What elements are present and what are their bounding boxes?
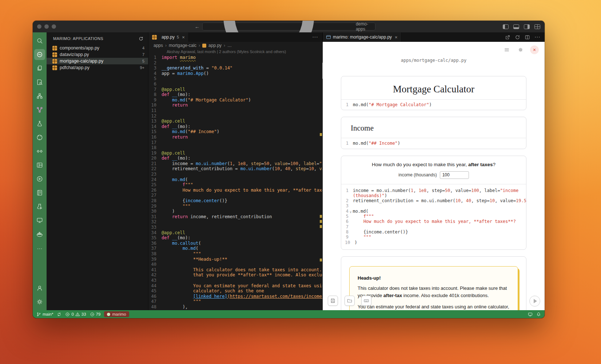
code-line: 6 [148,81,322,87]
file-badge: 5 [142,59,144,63]
open-external-icon[interactable] [505,35,510,40]
notifications-item[interactable] [536,312,541,317]
file-badge: 7 [142,52,144,57]
tab-app-py[interactable]: app.py 5 × [148,32,189,42]
zoom-window-button[interactable] [52,24,56,29]
sync-icon [57,312,61,317]
code-line: 10) [345,240,522,245]
activity-run-circle-icon[interactable] [34,173,45,184]
toggle-panel-icon[interactable] [513,24,519,29]
activity-layout-icon[interactable] [34,160,45,171]
activity-remote-monitor-icon[interactable] [34,215,45,226]
code-line: 17 [148,140,322,145]
code-line: 9 """ [345,235,522,240]
keyboard-shortcuts-button[interactable] [361,296,371,306]
toggle-sidebar-icon[interactable] [503,24,509,29]
activity-settings-gear-icon[interactable] [34,296,45,307]
editor-code[interactable]: 1import marimo23__generated_with = "0.0.… [148,55,322,310]
file-name: dataviz/app.py [60,52,142,57]
editor-more-actions-icon[interactable]: ··· [312,34,318,40]
open-folder-button[interactable] [345,296,355,306]
app-close-icon[interactable]: × [530,45,539,54]
reload-icon[interactable] [515,35,520,40]
search-text: demo-apps [356,21,375,32]
code-line: (thousands)") [345,193,522,198]
git-branch-item[interactable]: main* [36,312,53,317]
menu-hamburger-icon[interactable] [502,45,511,54]
file-item[interactable]: components/app.py4 [47,45,148,51]
save-notebook-button[interactable] [328,296,338,306]
activity-bar: ··· [33,32,47,310]
activity-docker-icon[interactable] [34,229,45,240]
close-window-button[interactable] [37,24,41,29]
code-line: 22 retirement_contribution = mo.ui.numbe… [148,166,322,172]
command-center-search[interactable]: demo-apps [202,23,375,31]
marimo-badge-label: marimo [112,312,126,316]
activity-file-search-icon[interactable] [34,77,45,88]
tab-close-icon[interactable]: × [182,35,185,40]
back-icon[interactable]: ← [195,24,200,29]
preview-tab-bar: marimo: mortgage-calc/app.py × ··· [323,32,545,42]
code-line: 16 return [148,135,322,140]
activity-org-chart-icon[interactable] [34,91,45,101]
income-question: How much do you expect to make this year… [349,162,519,167]
warning-mark [320,133,322,136]
tab-close-icon[interactable]: × [395,35,398,40]
marimo-file-icon [52,59,57,64]
code-line: 1mo.md("## Income") [345,141,522,146]
split-editor-icon[interactable] [525,35,530,40]
gitlens-blame-annotation: Akshay Agrawal, last month | 2 authors (… [148,49,322,55]
hint-count-item[interactable]: 79 [90,312,101,317]
file-item[interactable]: dataviz/app.py7 [47,51,148,58]
minimize-window-button[interactable] [44,24,49,29]
code-line: 26 How much do you expect to make this y… [148,188,322,193]
preview-group: marimo: mortgage-calc/app.py × ··· × ap [322,32,545,310]
app-settings-gear-icon[interactable] [516,45,525,54]
activity-account-icon[interactable] [34,283,45,293]
run-app-button[interactable] [529,296,540,307]
error-count: 0 [71,312,73,316]
sync-item[interactable] [57,312,61,317]
code-line: 5 f""" [345,214,522,219]
code-line: 44 You can estimate your federal and sta… [148,283,322,289]
cell1-code[interactable]: 1mo.md("# Mortgage Calculator") [341,99,526,110]
fold-chevron-icon[interactable]: ∨ [350,209,351,214]
activity-pipeline-icon[interactable] [34,104,45,115]
file-name: components/app.py [60,45,142,51]
activity-test-beaker-icon[interactable] [34,201,45,212]
code-line: 24 mo.md( [148,177,322,183]
breadcrumb-item[interactable]: app.py [208,43,222,48]
code-line: 1income = mo.ui.number(1, 1e8, step=50, … [345,188,522,193]
file-item[interactable]: mortgage-calc/app.py5 [47,58,148,64]
activity-search-icon[interactable] [34,35,45,46]
breadcrumb-item[interactable]: mortgage-calc [169,43,196,48]
marimo-status-badge[interactable]: marimo [104,311,129,317]
activity-gems-icon[interactable] [34,146,45,157]
refresh-icon[interactable] [138,36,144,41]
code-line: 8 {income.center()} [345,229,522,235]
cell3-code[interactable]: 1income = mo.ui.number(1, 1e8, step=50, … [341,184,526,249]
activity-flask-icon[interactable] [34,118,45,129]
file-item[interactable]: pdfchat/app.py9+ [47,64,148,71]
breadcrumb-item[interactable]: apps [154,43,163,48]
activity-github-icon[interactable] [34,132,45,143]
activity-notebook-icon[interactable] [34,187,45,198]
code-line: 25 f""" [148,182,322,188]
code-line: 23 [148,172,322,177]
income-number-input[interactable] [440,171,469,179]
code-line: 3__generated_with = "0.0.14" [148,65,322,71]
code-line: 35def __(mo): [148,235,322,241]
preview-more-actions-icon[interactable]: ··· [534,34,540,40]
problems-item[interactable]: 0 33 [65,312,86,317]
broadcast-item[interactable] [528,312,533,317]
traffic-lights [37,24,56,29]
cell2-code[interactable]: 1mo.md("## Income") [341,138,526,148]
file-name: mortgage-calc/app.py [60,59,142,64]
toggle-secondary-sidebar-icon[interactable] [524,24,530,29]
error-icon [65,312,70,317]
activity-more-icon[interactable]: ··· [34,243,45,253]
activity-marimo-icon[interactable] [34,49,45,60]
activity-copy-files-icon[interactable] [34,63,45,74]
customize-layout-icon[interactable] [534,24,540,29]
breadcrumb-item[interactable]: … [227,43,232,48]
